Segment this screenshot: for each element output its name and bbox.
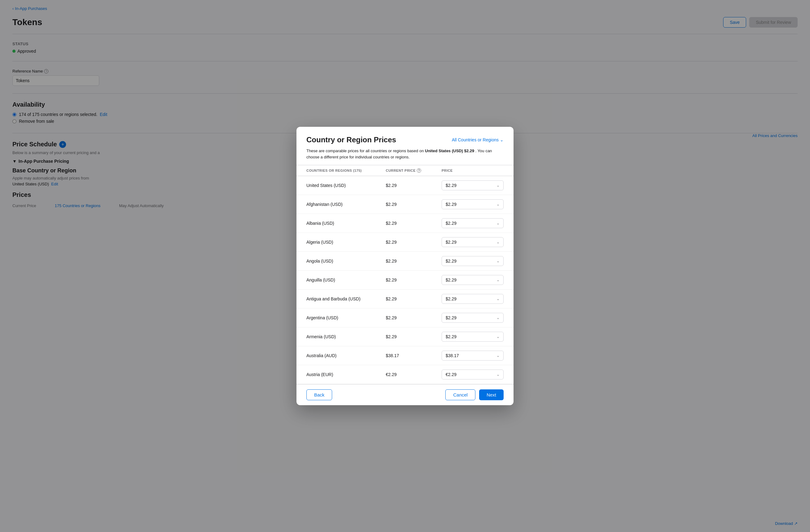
table-row: Anguilla (USD) $2.29 $2.29 ⌄ — [296, 271, 514, 289]
country-name: Angola (USD) — [306, 259, 386, 264]
footer-right: Cancel Next — [445, 389, 504, 400]
country-name: Austria (EUR) — [306, 372, 386, 377]
next-button[interactable]: Next — [479, 389, 504, 400]
modal-title: Country or Region Prices — [306, 135, 396, 144]
table-row: United States (USD) $2.29 $2.29 ⌄ — [296, 176, 514, 195]
price-select-dropdown[interactable]: €2.29 ⌄ — [442, 369, 504, 380]
chevron-down-icon: ⌄ — [500, 137, 504, 142]
country-name: United States (USD) — [306, 183, 386, 188]
country-name: Argentina (USD) — [306, 315, 386, 320]
price-select-dropdown[interactable]: $38.17 ⌄ — [442, 351, 504, 361]
current-price-value: €2.29 — [386, 372, 442, 377]
chevron-down-icon: ⌄ — [497, 278, 500, 282]
all-countries-regions-button[interactable]: All Countries or Regions ⌄ — [452, 137, 504, 142]
country-name: Albania (USD) — [306, 221, 386, 226]
back-button[interactable]: Back — [306, 389, 332, 400]
price-select-dropdown[interactable]: $2.29 ⌄ — [442, 218, 504, 228]
price-select-value: $2.29 — [446, 278, 456, 282]
price-select-dropdown[interactable]: $2.29 ⌄ — [442, 294, 504, 304]
table-row: Antigua and Barbuda (USD) $2.29 $2.29 ⌄ — [296, 289, 514, 309]
chevron-down-icon: ⌄ — [497, 183, 500, 187]
price-select-value: $2.29 — [446, 296, 456, 301]
country-region-prices-modal: Country or Region Prices All Countries o… — [296, 127, 514, 405]
price-select-dropdown[interactable]: $2.29 ⌄ — [442, 332, 504, 342]
chevron-down-icon: ⌄ — [497, 221, 500, 226]
modal-overlay: Country or Region Prices All Countries o… — [0, 0, 810, 532]
price-select-value: $2.29 — [446, 240, 456, 245]
current-price-value: $38.17 — [386, 353, 442, 358]
current-price-value: $2.29 — [386, 278, 442, 282]
modal-body: United States (USD) $2.29 $2.29 ⌄ Afghan… — [296, 176, 514, 384]
current-price-value: $2.29 — [386, 315, 442, 320]
current-price-value: $2.29 — [386, 259, 442, 264]
table-row: Afghanistan (USD) $2.29 $2.29 ⌄ — [296, 195, 514, 214]
modal-footer: Back Cancel Next — [296, 384, 514, 405]
current-price-value: $2.29 — [386, 334, 442, 339]
chevron-down-icon: ⌄ — [497, 353, 500, 358]
th-country: Countries or Regions (175) — [306, 168, 386, 173]
country-name: Armenia (USD) — [306, 334, 386, 339]
country-name: Algeria (USD) — [306, 240, 386, 245]
table-row: Australia (AUD) $38.17 $38.17 ⌄ — [296, 346, 514, 365]
price-select-value: $2.29 — [446, 202, 456, 207]
table-row: Albania (USD) $2.29 $2.29 ⌄ — [296, 214, 514, 233]
price-select-dropdown[interactable]: $2.29 ⌄ — [442, 275, 504, 285]
current-price-value: $2.29 — [386, 296, 442, 301]
cancel-button[interactable]: Cancel — [445, 389, 475, 400]
table-row: Argentina (USD) $2.29 $2.29 ⌄ — [296, 309, 514, 327]
chevron-down-icon: ⌄ — [497, 297, 500, 301]
modal-title-row: Country or Region Prices All Countries o… — [306, 135, 504, 144]
chevron-down-icon: ⌄ — [497, 372, 500, 377]
table-header: Countries or Regions (175) Current Price… — [296, 165, 514, 176]
country-name: Anguilla (USD) — [306, 278, 386, 282]
th-price: Price — [442, 168, 504, 173]
table-row: Austria (EUR) €2.29 €2.29 ⌄ — [296, 365, 514, 384]
chevron-down-icon: ⌄ — [497, 202, 500, 206]
current-price-value: $2.29 — [386, 183, 442, 188]
price-select-value: $2.29 — [446, 334, 456, 339]
current-price-help-icon[interactable]: ? — [417, 168, 421, 173]
chevron-down-icon: ⌄ — [497, 259, 500, 263]
th-current-price: Current Price ? — [386, 168, 442, 173]
chevron-down-icon: ⌄ — [497, 240, 500, 244]
price-select-dropdown[interactable]: $2.29 ⌄ — [442, 313, 504, 323]
current-price-value: $2.29 — [386, 240, 442, 245]
chevron-down-icon: ⌄ — [497, 316, 500, 320]
price-select-dropdown[interactable]: $2.29 ⌄ — [442, 237, 504, 247]
chevron-down-icon: ⌄ — [497, 334, 500, 339]
country-name: Afghanistan (USD) — [306, 202, 386, 207]
price-select-dropdown[interactable]: $2.29 ⌄ — [442, 180, 504, 190]
table-row: Angola (USD) $2.29 $2.29 ⌄ — [296, 252, 514, 271]
price-select-value: $2.29 — [446, 259, 456, 264]
country-name: Antigua and Barbuda (USD) — [306, 296, 386, 301]
table-row: Algeria (USD) $2.29 $2.29 ⌄ — [296, 233, 514, 252]
country-name: Australia (AUD) — [306, 353, 386, 358]
table-row: Armenia (USD) $2.29 $2.29 ⌄ — [296, 327, 514, 346]
price-select-value: €2.29 — [446, 372, 456, 377]
price-select-value: $2.29 — [446, 221, 456, 226]
current-price-value: $2.29 — [386, 202, 442, 207]
modal-description: These are comparable prices for all coun… — [306, 148, 504, 160]
modal-header: Country or Region Prices All Countries o… — [296, 127, 514, 165]
price-select-dropdown[interactable]: $2.29 ⌄ — [442, 199, 504, 209]
price-select-value: $2.29 — [446, 183, 456, 188]
price-select-dropdown[interactable]: $2.29 ⌄ — [442, 256, 504, 266]
price-select-value: $2.29 — [446, 315, 456, 320]
current-price-value: $2.29 — [386, 221, 442, 226]
price-select-value: $38.17 — [446, 353, 459, 358]
